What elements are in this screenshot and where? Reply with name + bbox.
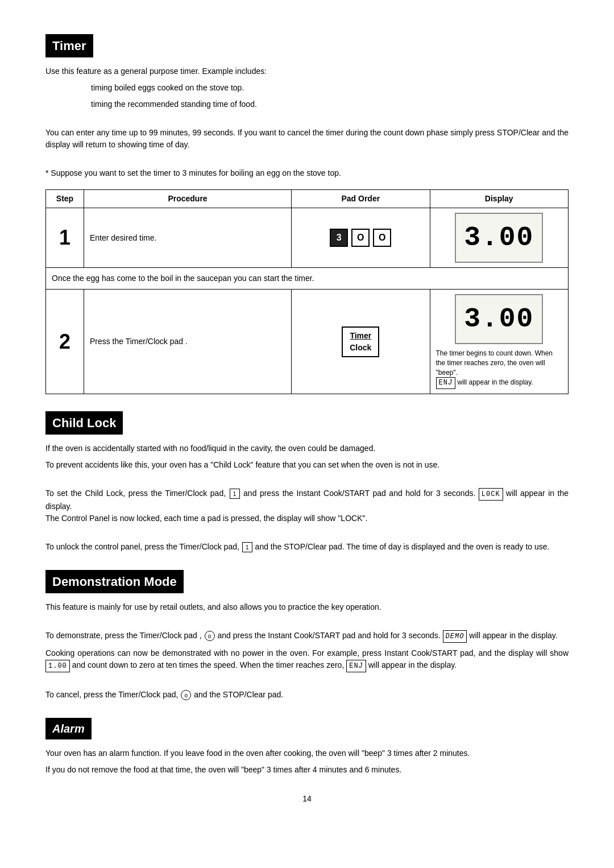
square-1-icon-2: 1: [242, 542, 252, 552]
timer-header: Timer: [45, 34, 93, 57]
step-2-desc: The timer begins to count down. When the…: [436, 349, 562, 389]
square-1-icon: 1: [230, 489, 240, 499]
child-lock-para3: To set the Child Lock, press the Timer/C…: [45, 487, 569, 524]
alarm-para2: If you do not remove the food at that ti…: [45, 764, 569, 776]
timer-detail-para: You can enter any time up to 99 minutes,…: [45, 127, 569, 151]
step-1-pad-order: 3 O O: [292, 208, 430, 268]
timer-section: Timer Use this feature as a general purp…: [45, 34, 569, 394]
child-lock-header: Child Lock: [45, 411, 123, 435]
table-row-1: 1 Enter desired time. 3 O O 3.00: [46, 208, 569, 268]
alarm-section: Alarm Your oven has an alarm function. I…: [45, 718, 569, 776]
col-pad-order: Pad Order: [292, 190, 430, 208]
demo-time-display: 1.00: [45, 660, 70, 672]
child-lock-para4: To unlock the control panel, press the T…: [45, 541, 569, 553]
demo-display-text: DEMO: [443, 630, 467, 643]
circle-o-icon-demo: o: [205, 631, 215, 641]
timer-intro-line3: timing the recommended standing time of …: [91, 98, 569, 110]
timer-intro-line1: Use this feature as a general purpose ti…: [45, 65, 569, 77]
span-row-text: Once the egg has come to the boil in the…: [46, 268, 569, 290]
step-2-pad-order: Timer Clock: [292, 290, 430, 394]
child-lock-para1: If the oven is accidentally started with…: [45, 443, 569, 454]
timer-note: * Suppose you want to set the timer to 3…: [45, 167, 569, 179]
alarm-para1: Your oven has an alarm function. If you …: [45, 747, 569, 759]
pad-buttons-row1: 3 O O: [297, 229, 424, 247]
page-number: 14: [45, 793, 569, 805]
timer-intro-line2: timing boiled eggs cooked on the stove t…: [91, 82, 569, 94]
pad-btn-o1: O: [351, 229, 370, 247]
demo-para1: This feature is mainly for use by retail…: [45, 601, 569, 613]
demo-para4: To cancel, press the Timer/Clock pad, o …: [45, 689, 569, 701]
step-2-procedure: Press the Timer/Clock pad .: [84, 290, 291, 394]
col-step: Step: [46, 190, 84, 208]
step-1-display: 3.00: [430, 208, 568, 268]
timer-table: Step Procedure Pad Order Display 1 Enter…: [45, 189, 569, 394]
demo-header: Demonstration Mode: [45, 570, 184, 593]
demo-section: Demonstration Mode This feature is mainl…: [45, 570, 569, 701]
end-display-text: ENJ: [436, 377, 456, 389]
step-1-procedure: Enter desired time.: [84, 208, 291, 268]
lock-display-text: L0CK: [479, 488, 503, 501]
circle-o-icon-cancel: o: [181, 690, 191, 700]
pad-btn-3: 3: [330, 229, 348, 247]
step-2-display: 3.00 The timer begins to count down. Whe…: [430, 290, 568, 394]
table-row-2: 2 Press the Timer/Clock pad . Timer Cloc…: [46, 290, 569, 394]
col-display: Display: [430, 190, 568, 208]
table-span-row: Once the egg has come to the boil in the…: [46, 268, 569, 290]
step-2-number: 2: [46, 290, 84, 394]
timer-clock-button: Timer Clock: [342, 326, 379, 357]
pad-btn-o2: O: [373, 229, 391, 247]
col-procedure: Procedure: [84, 190, 291, 208]
demo-end-display: ENJ: [346, 660, 366, 672]
demo-para3: Cooking operations can now be demonstrat…: [45, 647, 569, 672]
lcd-row2: 3.00: [455, 294, 543, 344]
timer-clock-label-line2: Clock: [350, 342, 371, 354]
timer-clock-label-line1: Timer: [350, 330, 371, 342]
demo-para2: To demonstrate, press the Timer/Clock pa…: [45, 630, 569, 643]
lcd-row1: 3.00: [455, 213, 543, 263]
child-lock-section: Child Lock If the oven is accidentally s…: [45, 411, 569, 553]
step-1-number: 1: [46, 208, 84, 268]
alarm-header: Alarm: [45, 718, 92, 739]
step-2-display-inner: 3.00 The timer begins to count down. Whe…: [436, 294, 562, 389]
child-lock-para2: To prevent accidents like this, your ove…: [45, 459, 569, 471]
